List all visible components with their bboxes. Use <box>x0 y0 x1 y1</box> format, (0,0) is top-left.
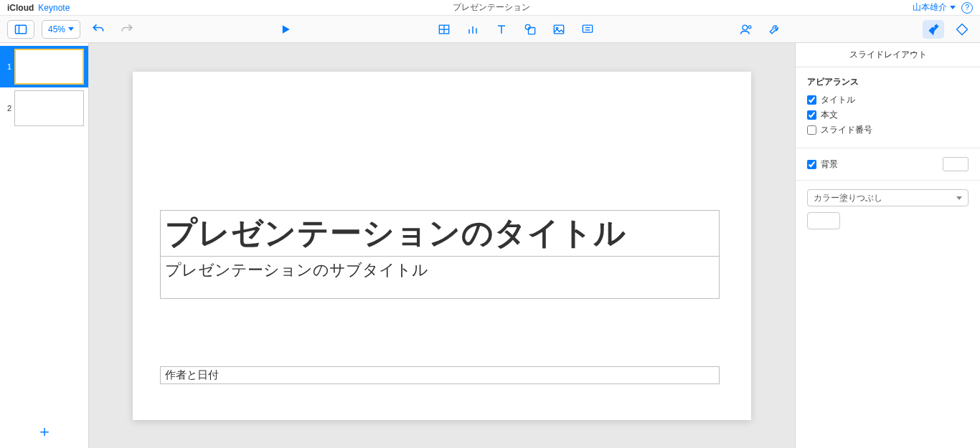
app-label: Keynote <box>38 3 70 13</box>
help-icon[interactable]: ? <box>961 2 973 14</box>
title-checkbox-label: タイトル <box>821 94 855 106</box>
canvas[interactable]: プレゼンテーションのタイトル プレゼンテーションのサブタイトル 作者と日付 <box>89 43 795 448</box>
svg-rect-14 <box>583 25 592 32</box>
thumbnail-preview <box>14 49 84 85</box>
slidenum-checkbox-label: スライド番号 <box>821 124 872 136</box>
animate-inspector-button[interactable] <box>951 20 973 39</box>
slidenum-checkbox-input[interactable] <box>807 125 816 135</box>
svg-rect-12 <box>554 25 563 34</box>
insert-image-button[interactable] <box>548 20 570 39</box>
background-checkbox-label: 背景 <box>821 158 838 171</box>
title-placeholder[interactable]: プレゼンテーションのタイトル プレゼンテーションのサブタイトル <box>160 210 720 299</box>
fill-section: カラー塗りつぶし <box>796 181 980 238</box>
titlebar: iCloud Keynote プレゼンテーション 山本雄介 ? <box>0 0 980 16</box>
insert-comment-button[interactable] <box>577 20 598 39</box>
slide-thumbnail[interactable]: 1 <box>0 46 88 87</box>
appearance-section: アピアランス タイトル 本文 スライド番号 <box>796 67 980 148</box>
insert-text-button[interactable] <box>491 20 512 39</box>
appearance-heading: アピアランス <box>807 76 969 88</box>
view-button[interactable] <box>7 20 34 39</box>
fill-type-select[interactable]: カラー塗りつぶし <box>807 189 969 206</box>
svg-point-17 <box>743 25 748 30</box>
svg-point-11 <box>525 24 530 29</box>
slide-number: 1 <box>4 62 11 71</box>
add-slide-button[interactable]: ＋ <box>0 421 88 442</box>
thumbnail-preview <box>14 90 84 126</box>
slide-canvas[interactable]: プレゼンテーションのタイトル プレゼンテーションのサブタイトル 作者と日付 <box>133 72 751 420</box>
body-checkbox[interactable]: 本文 <box>807 109 969 121</box>
svg-rect-0 <box>16 25 27 34</box>
title-checkbox[interactable]: タイトル <box>807 94 969 106</box>
workspace: 1 2 ＋ プレゼンテーションのタイトル プレゼンテーションのサブタイトル 作者… <box>0 43 980 448</box>
toolbar: 45% <box>0 16 980 43</box>
body-checkbox-input[interactable] <box>807 110 816 120</box>
background-section: 背景 <box>796 148 980 181</box>
zoom-select[interactable]: 45% <box>42 20 80 39</box>
user-menu[interactable]: 山本雄介 <box>913 1 956 14</box>
title-checkbox-input[interactable] <box>807 95 816 105</box>
inspector-title: スライドレイアウト <box>796 43 980 67</box>
slidenum-checkbox[interactable]: スライド番号 <box>807 124 969 136</box>
play-button[interactable] <box>275 20 296 39</box>
zoom-value: 45% <box>48 24 65 34</box>
slide-number: 2 <box>4 104 11 113</box>
fill-color-well[interactable] <box>807 212 840 229</box>
author-placeholder[interactable]: 作者と日付 <box>160 366 720 384</box>
title-text[interactable]: プレゼンテーションのタイトル <box>161 211 719 257</box>
fill-type-value: カラー塗りつぶし <box>814 192 882 204</box>
undo-button[interactable] <box>88 20 109 39</box>
document-title: プレゼンテーション <box>453 1 530 14</box>
background-swatch[interactable] <box>943 157 969 171</box>
insert-chart-button[interactable] <box>462 20 484 39</box>
background-checkbox[interactable]: 背景 <box>807 158 838 171</box>
slide-thumbnail[interactable]: 2 <box>0 87 88 129</box>
insert-table-button[interactable] <box>433 20 455 39</box>
tools-button[interactable] <box>764 20 786 39</box>
collaborate-button[interactable] <box>735 20 757 39</box>
redo-button[interactable] <box>116 20 138 39</box>
format-inspector-button[interactable] <box>923 20 944 39</box>
background-checkbox-input[interactable] <box>807 160 816 169</box>
format-inspector: スライドレイアウト アピアランス タイトル 本文 スライド番号 背景 <box>795 43 980 448</box>
insert-shape-button[interactable] <box>519 20 541 39</box>
slide-navigator: 1 2 ＋ <box>0 43 89 448</box>
body-checkbox-label: 本文 <box>821 109 838 121</box>
brand-label: iCloud <box>7 3 34 13</box>
chevron-down-icon <box>956 196 962 200</box>
subtitle-text[interactable]: プレゼンテーションのサブタイトル <box>161 257 719 298</box>
